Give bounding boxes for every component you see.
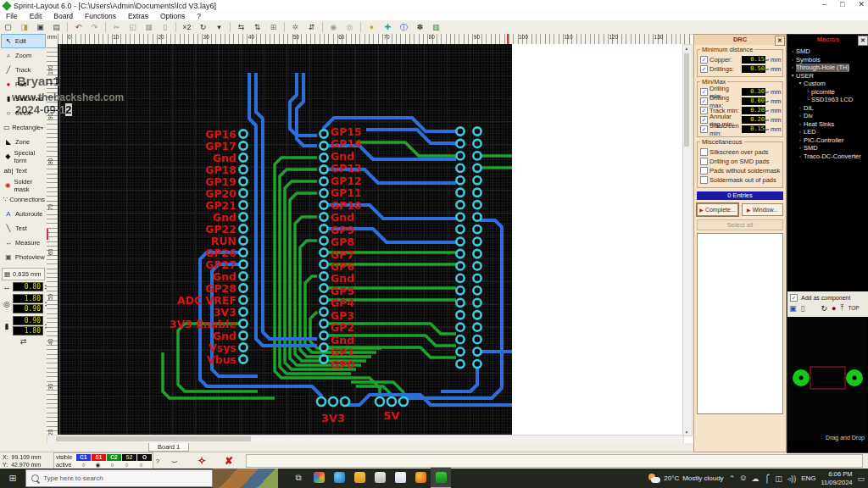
drc-rule-checkbox[interactable]: ✓	[700, 107, 708, 114]
silkscreen-label[interactable]: Gnd	[331, 334, 354, 347]
pad[interactable]	[239, 319, 247, 327]
silkscreen-label[interactable]: GP4	[331, 297, 354, 309]
open-file-icon[interactable]: ◨	[17, 21, 31, 34]
tool-solder-mask[interactable]: ◉Solder mask	[1, 178, 46, 192]
language-indicator[interactable]: ENG	[801, 474, 815, 482]
move-layer-icon[interactable]: ⇵	[304, 21, 319, 34]
pad[interactable]	[320, 260, 327, 268]
pad[interactable]	[456, 214, 464, 221]
tree-expand-icon[interactable]: ›	[789, 56, 796, 64]
pad[interactable]	[239, 130, 247, 137]
layer-visible-S2[interactable]: S2	[122, 454, 136, 461]
taskbar-app-task-view[interactable]: ⧉	[288, 468, 309, 487]
macro-tree-item[interactable]: ›Symbols	[789, 56, 868, 64]
pad[interactable]	[320, 130, 327, 137]
tree-leaf-icon[interactable]: └	[804, 96, 811, 104]
save-macro-icon[interactable]: ▣	[789, 304, 797, 313]
tree-expand-icon[interactable]: ›	[797, 136, 804, 145]
drc-rule-checkbox[interactable]: ✓	[700, 116, 708, 124]
tool-connections[interactable]: ∵Connections	[1, 192, 46, 207]
pad[interactable]	[239, 284, 247, 291]
pad[interactable]	[320, 343, 327, 351]
pad[interactable]	[239, 343, 247, 351]
layer-visible-O[interactable]: O	[137, 454, 152, 461]
smd-size-field-value[interactable]: 0.90	[13, 316, 43, 325]
pad[interactable]	[239, 236, 247, 244]
tool-text[interactable]: ab|Text	[1, 164, 46, 178]
drc-rule-checkbox[interactable]: ✓	[700, 65, 708, 73]
pad[interactable]	[317, 397, 326, 406]
pad[interactable]	[239, 260, 247, 268]
layer-active-C1[interactable]: ○	[76, 462, 91, 469]
layer-visible-C1[interactable]: C1	[76, 454, 91, 461]
pad[interactable]	[239, 153, 247, 161]
tree-expand-icon[interactable]: ›	[797, 152, 804, 161]
silkscreen-label[interactable]: GP6	[331, 260, 354, 273]
tree-leaf-icon[interactable]: └	[804, 88, 811, 97]
layer-active-O[interactable]: ○	[134, 462, 148, 469]
redo-icon[interactable]: ↷	[87, 21, 102, 34]
pad[interactable]	[239, 201, 247, 208]
onedrive-icon[interactable]: ☁	[751, 474, 759, 483]
silkscreen-label[interactable]: GP27	[205, 258, 236, 271]
vertical-scrollbar[interactable]: ▲ ▼	[682, 44, 693, 436]
silkscreen-label[interactable]: GP1	[331, 346, 354, 358]
pad[interactable]	[456, 237, 464, 245]
pad[interactable]	[329, 397, 337, 406]
rotate-dropdown-icon[interactable]: ▾	[212, 21, 226, 34]
copy-icon[interactable]: ◱	[125, 21, 140, 34]
close-button[interactable]: ✕	[858, 0, 865, 8]
rotate-macro-icon[interactable]: ↻	[821, 304, 827, 313]
pad[interactable]	[456, 286, 464, 294]
pad[interactable]	[456, 225, 464, 233]
silkscreen-label[interactable]: GP21	[205, 199, 236, 212]
pad[interactable]	[320, 225, 327, 232]
drc-rule-value[interactable]: 0.15	[742, 125, 765, 133]
menu-functions[interactable]: Functions	[79, 12, 122, 20]
pad[interactable]	[320, 189, 327, 197]
pad[interactable]	[456, 127, 464, 135]
macro-tree-item[interactable]: ›SMD	[789, 144, 868, 152]
silkscreen-label[interactable]: GP2	[331, 321, 354, 334]
minimize-button[interactable]: –	[822, 0, 826, 8]
menu-options[interactable]: Options	[154, 12, 191, 20]
pad[interactable]	[473, 360, 481, 368]
macro-tree-item[interactable]: ›PIC-Controller	[789, 136, 868, 145]
board-tab[interactable]: Board 1	[148, 443, 189, 452]
macro-tree-item[interactable]: └SSD1963 LCD	[789, 96, 868, 104]
macro-tree-item[interactable]: ›Div	[789, 112, 868, 120]
drc-rule-checkbox[interactable]: ✓	[700, 97, 708, 105]
print-icon[interactable]: ▤	[49, 21, 64, 34]
pad[interactable]	[320, 248, 327, 256]
pad[interactable]	[473, 164, 481, 172]
tool-autoroute[interactable]: AAutoroute	[1, 207, 46, 221]
pad[interactable]	[473, 176, 481, 184]
pad[interactable]	[376, 397, 384, 406]
gerber-view-icon[interactable]: ▥	[429, 21, 443, 34]
scroll-up-arrow[interactable]: ▲	[683, 46, 690, 51]
pad[interactable]	[320, 355, 327, 363]
macro-tree-item[interactable]: ›DIL	[789, 104, 868, 113]
drc-rule-value[interactable]: 0.50	[742, 65, 765, 73]
pad[interactable]	[320, 201, 327, 208]
drc-rule-value[interactable]: 0.20	[742, 107, 765, 114]
remove-connection-icon[interactable]: ✘	[217, 453, 241, 469]
silkscreen-label[interactable]: GP7	[331, 248, 354, 261]
place-top-icon[interactable]: ⤒	[840, 303, 843, 313]
search-highlight-image[interactable]	[213, 469, 278, 488]
menu-[interactable]: ?	[191, 12, 207, 20]
macro-preview[interactable]: Drag and Drop	[789, 318, 866, 441]
paste-icon[interactable]: ▦	[142, 21, 156, 34]
pad[interactable]	[473, 262, 481, 269]
taskbar-app-sprint-layout[interactable]	[431, 468, 451, 488]
cut-icon[interactable]: ✂	[109, 21, 124, 34]
pad[interactable]	[320, 284, 327, 291]
tree-expand-icon[interactable]: ›	[797, 120, 804, 129]
taskbar-app-firefox-colorful[interactable]	[309, 468, 329, 487]
drc-complete-button[interactable]: ▶Complete...	[697, 203, 738, 216]
drc-rule-checkbox[interactable]: ✓	[700, 88, 708, 96]
silkscreen-label[interactable]: GP19	[205, 175, 236, 188]
pad[interactable]	[473, 336, 481, 343]
taskbar-search-input[interactable]: Type here to search	[25, 469, 213, 487]
silkscreen-label[interactable]: GP3	[331, 309, 354, 322]
